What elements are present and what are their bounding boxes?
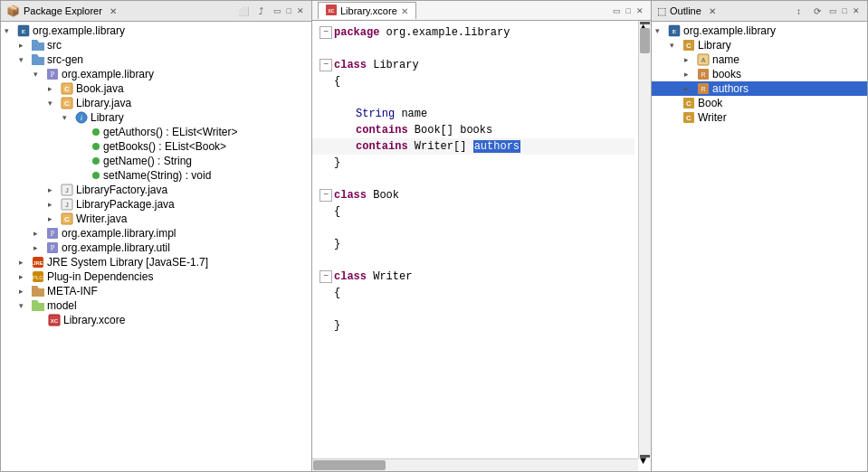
tab-close-button[interactable]: ✕ bbox=[401, 6, 408, 16]
code-line-1[interactable]: − package org.example.library bbox=[312, 24, 634, 41]
tree-item-library-class[interactable]: ▾ i Library bbox=[1, 110, 311, 125]
icon-getName bbox=[91, 156, 100, 165]
package-explorer-close[interactable]: ✕ bbox=[110, 6, 117, 16]
code-line-blank2[interactable] bbox=[312, 90, 634, 106]
outline-item-books[interactable]: ▸ R books bbox=[652, 67, 867, 81]
arrow-meta-inf: ▸ bbox=[19, 287, 32, 296]
outline-maximize-button[interactable]: □ bbox=[841, 6, 849, 15]
fold-icon-class-library[interactable]: − bbox=[320, 59, 332, 71]
outline-sync-button[interactable]: ⟳ bbox=[809, 3, 825, 19]
code-line-blank4[interactable] bbox=[312, 220, 634, 236]
vscroll-up-arrow[interactable]: ▲ bbox=[640, 22, 650, 24]
label-getName: getName() : String bbox=[103, 155, 192, 167]
editor-hscrollbar[interactable] bbox=[312, 458, 638, 471]
tree-item-writer-java[interactable]: ▸ C Writer.java bbox=[1, 212, 311, 226]
tree-item-libraryFactory[interactable]: ▸ J LibraryFactory.java bbox=[1, 183, 311, 197]
code-class-book-name: Book bbox=[367, 189, 399, 202]
outline-minimize-button[interactable]: ▭ bbox=[827, 6, 839, 15]
package-explorer-title: Package Explorer bbox=[24, 5, 102, 16]
outline-item-book[interactable]: C Book bbox=[652, 96, 867, 110]
outline-header-left: ⬚ Outline ✕ bbox=[657, 5, 716, 17]
svg-text:XC: XC bbox=[329, 8, 335, 14]
outline-close[interactable]: ✕ bbox=[709, 6, 716, 16]
code-line-contains-authors[interactable]: contains Writer[] authors bbox=[312, 138, 634, 155]
close-button[interactable]: ✕ bbox=[295, 6, 306, 15]
code-line-book-close[interactable]: } bbox=[312, 236, 634, 252]
package-explorer-icon: 📦 bbox=[6, 5, 20, 17]
link-editor-button[interactable]: ⤴ bbox=[253, 3, 270, 19]
code-line-writer-close[interactable]: } bbox=[312, 317, 634, 334]
tree-item-org-example-library-root[interactable]: ▾ E org.example.library bbox=[1, 24, 311, 38]
tree-item-org-pkg[interactable]: ▾ P org.example.library bbox=[1, 67, 311, 81]
vscroll-down-arrow[interactable]: ▼ bbox=[640, 455, 650, 458]
fold-icon-1[interactable]: − bbox=[320, 26, 332, 39]
icon-writer-java: C bbox=[61, 212, 73, 225]
tree-item-org-impl[interactable]: ▸ P org.example.library.impl bbox=[1, 226, 311, 241]
editor-maximize-button[interactable]: □ bbox=[625, 6, 633, 15]
hscroll-thumb[interactable] bbox=[313, 460, 386, 470]
outline-item-name[interactable]: ▸ A name bbox=[652, 52, 867, 67]
code-line-blank3[interactable] bbox=[312, 171, 634, 187]
label-libraryPackage: LibraryPackage.java bbox=[76, 198, 175, 211]
code-line-book-open[interactable]: { bbox=[312, 203, 634, 220]
collapse-all-button[interactable]: ⬜ bbox=[235, 3, 252, 19]
code-line-blank6[interactable] bbox=[312, 301, 634, 317]
arrow-org-root: ▾ bbox=[5, 26, 17, 35]
svg-text:C: C bbox=[686, 42, 692, 50]
tree-item-src-gen[interactable]: ▾ src-gen bbox=[1, 52, 311, 67]
editor-tab-library-xcore[interactable]: XC Library.xcore ✕ bbox=[318, 2, 416, 19]
fold-icon-class-book[interactable]: − bbox=[320, 189, 332, 202]
editor-vscrollbar[interactable]: ▲ ▼ bbox=[638, 21, 651, 458]
code-line-contains-books[interactable]: contains Book[] books bbox=[312, 122, 634, 138]
outline-panel: ⬚ Outline ✕ ↕ ⟳ ▭ □ ✕ ▾ E org.example.li… bbox=[651, 0, 868, 472]
tree-item-src[interactable]: ▸ src bbox=[1, 38, 311, 52]
vscroll-thumb[interactable] bbox=[640, 28, 650, 53]
tree-item-plugin-deps[interactable]: ▸ PLG Plug-in Dependencies bbox=[1, 269, 311, 284]
tree-item-libraryPackage[interactable]: ▸ J LibraryPackage.java bbox=[1, 197, 311, 212]
code-line-open-brace[interactable]: { bbox=[312, 73, 634, 90]
tree-item-jre[interactable]: ▸ JRE JRE System Library [JavaSE-1.7] bbox=[1, 255, 311, 269]
tree-item-org-util[interactable]: ▸ P org.example.library.util bbox=[1, 241, 311, 255]
code-line-string-name[interactable]: String name bbox=[312, 106, 634, 122]
fold-icon-class-writer[interactable]: − bbox=[320, 270, 332, 283]
icon-outline-books: R bbox=[697, 68, 710, 80]
tree-item-getAuthors[interactable]: getAuthors() : EList<Writer> bbox=[1, 125, 311, 139]
code-line-class-writer[interactable]: − class Writer bbox=[312, 269, 634, 285]
icon-library-xcore: XC bbox=[48, 314, 61, 326]
arrow-plugin-deps: ▸ bbox=[19, 272, 32, 281]
tree-item-getName[interactable]: getName() : String bbox=[1, 154, 311, 168]
code-line-close-brace1[interactable]: } bbox=[312, 155, 634, 171]
outline-sort-button[interactable]: ↕ bbox=[791, 3, 807, 19]
icon-meta-inf bbox=[32, 286, 44, 297]
maximize-button[interactable]: □ bbox=[285, 6, 293, 15]
editor-minimize-button[interactable]: ▭ bbox=[611, 6, 623, 15]
arrow-model: ▾ bbox=[19, 301, 32, 310]
tree-item-setName[interactable]: setName(String) : void bbox=[1, 168, 311, 183]
outline-item-library[interactable]: ▾ C Library bbox=[652, 38, 867, 52]
tree-item-getBooks[interactable]: getBooks() : EList<Book> bbox=[1, 139, 311, 154]
outline-item-authors[interactable]: ▸ R authors bbox=[652, 81, 867, 96]
tree-item-model[interactable]: ▾ model bbox=[1, 298, 311, 313]
code-line-class-library[interactable]: − class Library bbox=[312, 57, 634, 73]
code-line-blank1[interactable] bbox=[312, 41, 634, 57]
label-outline-name: name bbox=[712, 53, 739, 66]
code-line-blank5[interactable] bbox=[312, 252, 634, 269]
editor-close-button[interactable]: ✕ bbox=[634, 6, 645, 15]
svg-text:XC: XC bbox=[51, 318, 59, 324]
outline-close-button[interactable]: ✕ bbox=[851, 6, 862, 15]
outline-item-writer[interactable]: C Writer bbox=[652, 110, 867, 125]
code-line-class-book[interactable]: − class Book bbox=[312, 187, 634, 203]
code-line-writer-open[interactable]: { bbox=[312, 285, 634, 301]
svg-point-11 bbox=[92, 143, 100, 150]
tree-item-library-xcore[interactable]: XC Library.xcore bbox=[1, 313, 311, 327]
outline-item-root[interactable]: ▾ E org.example.library bbox=[652, 24, 867, 38]
icon-getBooks bbox=[91, 142, 100, 151]
minimize-button[interactable]: ▭ bbox=[272, 6, 283, 15]
tree-item-book-java[interactable]: ▸ C Book.java bbox=[1, 81, 311, 96]
tree-item-library-java[interactable]: ▾ C Library.java bbox=[1, 96, 311, 110]
editor-content[interactable]: − package org.example.library − class Li… bbox=[312, 21, 651, 471]
svg-text:JRE: JRE bbox=[33, 260, 43, 266]
icon-library-class: i bbox=[75, 111, 88, 124]
tree-item-meta-inf[interactable]: ▸ META-INF bbox=[1, 284, 311, 298]
outline-tree: ▾ E org.example.library ▾ C Library ▸ A … bbox=[652, 22, 867, 471]
